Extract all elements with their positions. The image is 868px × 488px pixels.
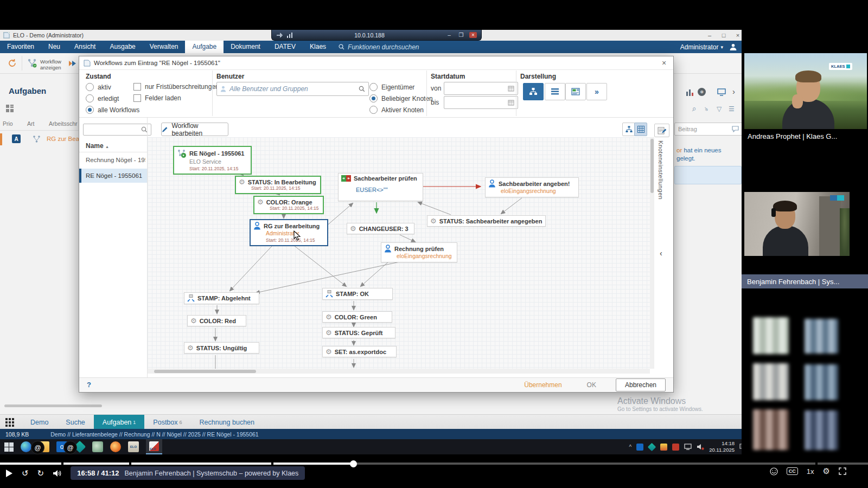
video-progressbar[interactable] [0, 463, 868, 465]
workflow-node-rechnung-pruefen[interactable]: Rechnung prüfen eloEingangsrechnung [381, 242, 457, 262]
rewind-10-button[interactable]: ↺ [22, 468, 29, 479]
workflow-node-color-orange[interactable]: ⚙ COLOR: Orange Start: 20.11.2025, 14:15 [253, 196, 324, 214]
blurred-participant-video[interactable] [805, 364, 838, 400]
list-name-header[interactable]: Name ▲ [86, 142, 109, 150]
tab-suche[interactable]: Suche [57, 415, 93, 429]
breadcrumb[interactable]: Demo // Lieferantenbelege // Rechnung //… [50, 431, 259, 438]
radio-icon[interactable] [86, 94, 94, 102]
workflow-node-changeuser[interactable]: ⚙ CHANGEUSER: 3 [347, 223, 414, 234]
help-icon[interactable]: ? [87, 381, 91, 389]
startdatum-bis-input[interactable] [444, 96, 518, 109]
tray-defender-icon[interactable] [648, 442, 656, 451]
menu-verwalten[interactable]: Verwalten [143, 41, 186, 53]
feed-entry-line2[interactable]: gelegt. [676, 155, 695, 162]
calendar-icon[interactable] [508, 100, 514, 106]
tab-rechnung-buchen[interactable]: Rechnung buchen [191, 415, 263, 429]
radio-alle-workflows[interactable]: alle Workflows [86, 106, 139, 114]
radio-icon[interactable] [369, 94, 378, 102]
col-prio[interactable]: Prio [3, 120, 13, 127]
forward-10-button[interactable]: ↻ [37, 468, 44, 479]
checkbox-felder-laden[interactable]: Felder laden [133, 94, 181, 102]
canvas-hscroll[interactable] [148, 369, 650, 374]
workflow-bearbeiten-button[interactable]: Workflow bearbeiten [161, 123, 228, 136]
radio-eigentuemer[interactable]: Eigentümer [369, 83, 414, 91]
workflow-node-status-in-bearbeitung[interactable]: ⚙ STATUS: In Bearbeitung Start: 20.11.20… [235, 176, 321, 194]
remote-restore-button[interactable]: ❐ [457, 32, 465, 38]
remote-session-toolbar[interactable]: 10.0.10.188 – ❐ × [271, 30, 482, 41]
canvas-grid-toggle[interactable] [634, 123, 647, 136]
playback-speed[interactable]: 1x [807, 467, 814, 476]
participant2-video[interactable] [744, 192, 850, 256]
checkbox-icon[interactable] [133, 83, 141, 91]
participant1-video[interactable]: KLAES [744, 53, 867, 129]
view-diagram-button[interactable] [523, 83, 544, 100]
blurred-participant-video[interactable] [805, 319, 838, 354]
window-minimize-button[interactable]: – [703, 32, 717, 38]
ok-button[interactable]: OK [582, 379, 602, 391]
radio-erledigt[interactable]: erledigt [86, 94, 119, 102]
elo-home-icon[interactable]: ELO [128, 441, 139, 452]
search-icon[interactable] [359, 86, 365, 92]
workflow-node-start[interactable]: RE Nögel - 1955061 ELO Service Start: 20… [173, 146, 252, 175]
workflow-canvas[interactable]: RE Nögel - 1955061 ELO Service Start: 20… [148, 137, 650, 369]
radio-icon[interactable] [86, 83, 94, 91]
workflow-forward-icon[interactable] [67, 58, 78, 68]
workflow-node-set-exportdoc[interactable]: ⚙ SET: as.exportdoc [322, 346, 397, 357]
user-avatar-icon[interactable] [729, 43, 737, 51]
tray-display-icon[interactable] [684, 444, 692, 450]
settings-gear-icon[interactable]: ⚙ [823, 466, 830, 476]
tray-alert-icon[interactable] [672, 444, 679, 451]
tray-app-icon[interactable] [660, 444, 667, 451]
menu-dokument[interactable]: Dokument [224, 41, 267, 53]
apps-grid-icon[interactable] [5, 418, 14, 427]
remote-minimize-button[interactable]: – [445, 32, 453, 38]
reaction-icon[interactable] [770, 467, 778, 476]
abbrechen-button[interactable]: Abbrechen [616, 378, 666, 391]
canvas-hscroll-thumb[interactable] [154, 370, 256, 373]
workflow-node-sachbearbeiter-pruefen[interactable]: Sachbearbeiter prüfen EUSER<>"" [338, 173, 423, 201]
calendar-icon[interactable] [508, 86, 514, 92]
main-hscroll-thumb[interactable] [4, 404, 102, 407]
app-icon[interactable] [92, 441, 103, 452]
video-playhead[interactable] [350, 460, 357, 467]
workflow-node-color-red[interactable]: ⚙ COLOR: Red [187, 315, 246, 326]
workflow-node-stamp-ok[interactable]: STAMP: OK [322, 288, 393, 300]
blurred-participant-video[interactable] [805, 410, 838, 450]
volume-button[interactable] [53, 470, 62, 477]
startdatum-von-input[interactable] [444, 82, 518, 95]
canvas-vscroll[interactable] [650, 137, 654, 369]
feed-entry-line1[interactable]: or hat ein neues [676, 147, 722, 153]
function-search-input[interactable]: Funktionen durchsuchen [339, 43, 419, 51]
radio-icon[interactable] [369, 106, 378, 114]
badge-circle-icon[interactable]: ⊕ [698, 88, 706, 96]
workflow-show-label[interactable]: Workflowanzeigen [40, 59, 61, 71]
workflow-node-color-green[interactable]: ⚙ COLOR: Green [322, 311, 392, 323]
view-more-button[interactable]: » [586, 83, 607, 100]
workflow-node-stamp-abgelehnt[interactable]: STAMP: Abgelehnt [184, 292, 259, 304]
menu-neu[interactable]: Neu [41, 41, 67, 53]
play-button[interactable] [5, 469, 13, 478]
workflow-node-status-ungueltig[interactable]: ⚙ STATUS: Ungültig [184, 342, 259, 354]
browser-icon[interactable] [110, 441, 121, 452]
refresh-icon[interactable] [8, 59, 17, 68]
feed-icon[interactable]: ৯ [705, 105, 708, 113]
radio-icon[interactable] [86, 106, 94, 114]
beitrag-input[interactable]: Beitrag [674, 123, 743, 136]
workflow-list-item[interactable]: Rechnung Nögel - 195506 [86, 157, 145, 163]
window-maximize-button[interactable]: □ [717, 32, 731, 38]
radio-icon[interactable] [369, 83, 378, 91]
tray-volume-icon[interactable] [697, 444, 704, 450]
menu-datev[interactable]: DATEV [267, 41, 303, 53]
workflow-show-icon[interactable] [27, 58, 37, 68]
elo-active-app[interactable]: ELO [146, 439, 162, 454]
menu-ausgabe[interactable]: Ausgabe [103, 41, 142, 53]
captions-toggle[interactable]: CC [787, 467, 798, 475]
view-options-icon[interactable] [6, 105, 14, 112]
blurred-participant-video[interactable] [753, 409, 789, 450]
uebernehmen-button[interactable]: Übernehmen [519, 379, 567, 391]
tab-postbox[interactable]: Postbox6 [144, 415, 190, 429]
workflow-node-status-sachbearbeiter-angegeben[interactable]: ⚙ STATUS: Sachbearbeiter angegeben [427, 215, 546, 227]
knoteneinstellungen-toggle[interactable] [654, 124, 669, 137]
knoteneinstellungen-panel-label[interactable]: Knoteneinstellungen [658, 140, 664, 200]
tab-aufgaben[interactable]: Aufgaben1 [94, 415, 145, 429]
